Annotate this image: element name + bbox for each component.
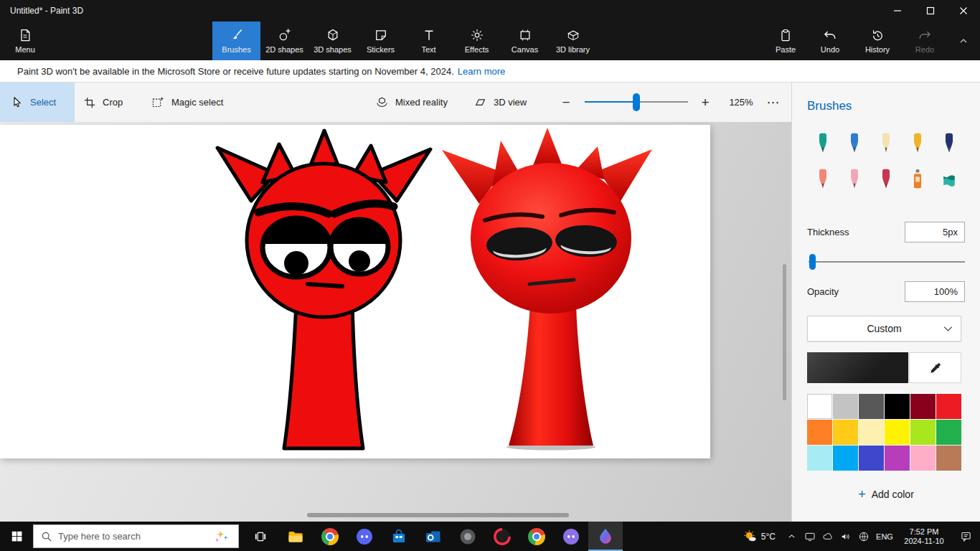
- redo-button[interactable]: Redo: [903, 22, 947, 60]
- undo-button[interactable]: Undo: [808, 22, 852, 60]
- close-button[interactable]: [947, 0, 980, 22]
- opacity-input[interactable]: [905, 281, 965, 302]
- brush-oil-brush[interactable]: [870, 131, 902, 154]
- palette-swatch[interactable]: [859, 446, 884, 471]
- browser2-button[interactable]: [519, 522, 554, 551]
- tab-text[interactable]: Text: [405, 22, 453, 60]
- tab-canvas[interactable]: Canvas: [501, 22, 549, 60]
- brush-pixel-pen[interactable]: [933, 131, 965, 154]
- brush-watercolor[interactable]: [902, 131, 933, 154]
- taskbar-search[interactable]: [33, 524, 239, 548]
- palette-swatch[interactable]: [936, 446, 961, 471]
- brush-pencil[interactable]: [807, 166, 839, 190]
- horizontal-scrollbar[interactable]: [307, 513, 569, 517]
- ribbon-actions: Paste Undo History Redo: [763, 22, 980, 60]
- vertical-scrollbar[interactable]: [783, 264, 786, 400]
- palette-swatch[interactable]: [936, 420, 961, 445]
- brush-marker[interactable]: [807, 131, 839, 154]
- minimize-icon: [893, 6, 902, 15]
- palette-swatch[interactable]: [885, 420, 910, 445]
- library-3d-icon: [566, 28, 580, 42]
- brush-eraser[interactable]: [839, 166, 870, 190]
- zoom-slider-handle[interactable]: [633, 93, 640, 111]
- crop-button[interactable]: Crop: [77, 83, 128, 122]
- history-button[interactable]: History: [852, 22, 903, 60]
- search-highlights-icon[interactable]: [212, 529, 231, 544]
- palette-swatch[interactable]: [833, 394, 858, 419]
- action-center-button[interactable]: [951, 522, 980, 551]
- add-color-label: Add color: [872, 489, 914, 500]
- file-explorer-button[interactable]: [278, 522, 313, 551]
- brush-spray-can[interactable]: [902, 166, 933, 190]
- tab-stickers[interactable]: Stickers: [357, 22, 405, 60]
- magic-select-button[interactable]: Magic select: [146, 83, 229, 122]
- palette-swatch[interactable]: [833, 420, 858, 445]
- more-options-button[interactable]: ⋯: [760, 83, 786, 122]
- tray-tablet-button[interactable]: [801, 522, 819, 551]
- history-icon: [870, 28, 885, 42]
- add-color-button[interactable]: + Add color: [807, 486, 965, 503]
- paste-button[interactable]: Paste: [763, 22, 808, 60]
- tab-label: Brushes: [222, 45, 250, 54]
- maximize-button[interactable]: [914, 0, 947, 22]
- thickness-slider-handle[interactable]: [809, 254, 816, 270]
- effects-icon: [470, 28, 484, 42]
- browser-button[interactable]: [313, 522, 347, 551]
- eyedropper-button[interactable]: [909, 352, 961, 383]
- palette-swatch[interactable]: [807, 446, 832, 471]
- palette-swatch[interactable]: [910, 420, 936, 445]
- discord2-button[interactable]: [554, 522, 588, 551]
- thickness-input[interactable]: [905, 222, 965, 242]
- search-input[interactable]: [58, 531, 207, 542]
- tray-chevron-button[interactable]: [783, 522, 801, 551]
- palette-swatch[interactable]: [885, 394, 910, 419]
- store-button[interactable]: [382, 522, 416, 551]
- learn-more-link[interactable]: Learn more: [458, 66, 505, 77]
- outlook-button[interactable]: [416, 522, 451, 551]
- tab-3d-library[interactable]: 3D library: [549, 22, 597, 60]
- palette-swatch[interactable]: [807, 420, 832, 445]
- palette-swatch[interactable]: [859, 394, 884, 419]
- mixed-reality-button[interactable]: Mixed reality: [369, 83, 453, 122]
- palette-mode-dropdown[interactable]: Custom: [807, 316, 961, 342]
- brush-calligraphy-pen[interactable]: [839, 131, 870, 154]
- palette-swatch[interactable]: [885, 446, 910, 471]
- current-color-swatch[interactable]: [807, 352, 908, 383]
- collapse-ribbon-button[interactable]: [947, 22, 980, 60]
- thickness-slider[interactable]: [807, 254, 965, 270]
- drawing-canvas[interactable]: [0, 125, 710, 458]
- start-button[interactable]: [0, 522, 33, 551]
- tab-effects[interactable]: Effects: [453, 22, 501, 60]
- red-app-button[interactable]: [485, 522, 519, 551]
- tray-cloud-button[interactable]: [819, 522, 837, 551]
- brush-fill[interactable]: [933, 166, 965, 190]
- palette-swatch[interactable]: [833, 446, 858, 471]
- tab-brushes[interactable]: Brushes: [212, 22, 260, 60]
- palette-swatch[interactable]: [936, 394, 961, 419]
- zoom-level[interactable]: 125%: [725, 83, 758, 122]
- language-indicator[interactable]: ENG: [872, 532, 897, 541]
- minimize-button[interactable]: [881, 0, 914, 22]
- tab-2d-shapes[interactable]: 2D shapes: [260, 22, 308, 60]
- menu-button[interactable]: Menu: [9, 22, 42, 60]
- palette-swatch[interactable]: [807, 394, 832, 419]
- discord-button[interactable]: [347, 522, 382, 551]
- brush-grid: [807, 131, 965, 190]
- brush-crayon[interactable]: [870, 166, 902, 190]
- inactive-app-button[interactable]: [451, 522, 485, 551]
- palette-swatch[interactable]: [910, 394, 936, 419]
- palette-swatch[interactable]: [859, 420, 884, 445]
- task-view-button[interactable]: [245, 522, 275, 551]
- tray-volume-button[interactable]: [837, 522, 854, 551]
- 3d-view-button[interactable]: 3D view: [468, 83, 532, 122]
- select-button[interactable]: Select: [0, 83, 75, 122]
- tab-3d-shapes[interactable]: 3D shapes: [308, 22, 357, 60]
- palette-swatch[interactable]: [910, 446, 936, 471]
- paint3d-app-button[interactable]: [588, 522, 623, 551]
- zoom-slider[interactable]: [583, 83, 690, 122]
- zoom-in-button[interactable]: +: [693, 83, 717, 122]
- zoom-out-button[interactable]: −: [554, 83, 578, 122]
- weather-widget[interactable]: 5°C: [736, 529, 783, 544]
- network-button[interactable]: [854, 522, 872, 551]
- clock[interactable]: 7:52 PM 2024-11-10: [897, 527, 951, 546]
